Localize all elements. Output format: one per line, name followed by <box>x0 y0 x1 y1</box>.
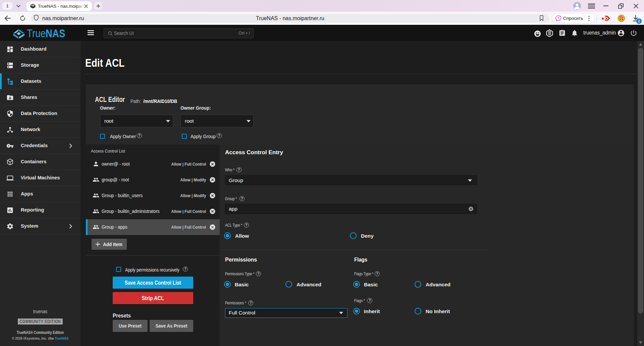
svg-text:?: ? <box>557 16 559 20</box>
